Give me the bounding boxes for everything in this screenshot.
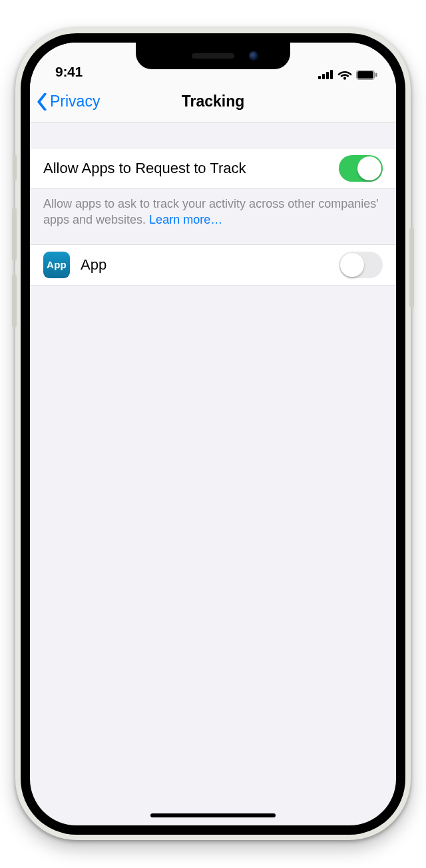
side-button: [409, 228, 414, 308]
wifi-icon: [337, 69, 352, 80]
status-time: 9:41: [55, 64, 83, 80]
back-label: Privacy: [50, 93, 100, 110]
allow-request-footer: Allow apps to ask to track your activity…: [30, 189, 396, 244]
allow-request-label: Allow Apps to Request to Track: [43, 160, 339, 177]
content: Allow Apps to Request to Track Allow app…: [30, 122, 396, 286]
screen: 9:41: [30, 43, 396, 825]
svg-rect-2: [326, 72, 329, 79]
notch: [136, 43, 290, 69]
app-tracking-toggle[interactable]: [339, 252, 383, 278]
nav-bar: Privacy Tracking: [30, 81, 396, 122]
allow-request-row: Allow Apps to Request to Track: [30, 148, 396, 189]
app-row: App App: [30, 244, 396, 286]
device-frame: 9:41: [15, 28, 411, 840]
svg-rect-6: [357, 71, 373, 79]
cellular-icon: [318, 70, 333, 79]
volume-up-button: [12, 208, 17, 261]
status-indicators: [318, 69, 377, 80]
learn-more-link[interactable]: Learn more…: [149, 213, 222, 226]
svg-point-4: [343, 77, 346, 80]
back-button[interactable]: Privacy: [30, 93, 100, 110]
svg-rect-1: [322, 74, 325, 79]
svg-rect-7: [375, 73, 377, 77]
mute-switch: [13, 154, 17, 181]
chevron-left-icon: [37, 93, 47, 110]
app-icon: App: [43, 252, 70, 278]
allow-request-toggle[interactable]: [339, 155, 383, 182]
svg-rect-0: [318, 76, 321, 79]
home-indicator[interactable]: [150, 813, 276, 817]
app-name-label: App: [81, 256, 339, 274]
volume-down-button: [12, 274, 17, 327]
svg-rect-3: [330, 70, 333, 79]
earpiece-speaker: [192, 53, 234, 59]
front-camera: [249, 51, 258, 61]
battery-icon: [356, 70, 377, 80]
